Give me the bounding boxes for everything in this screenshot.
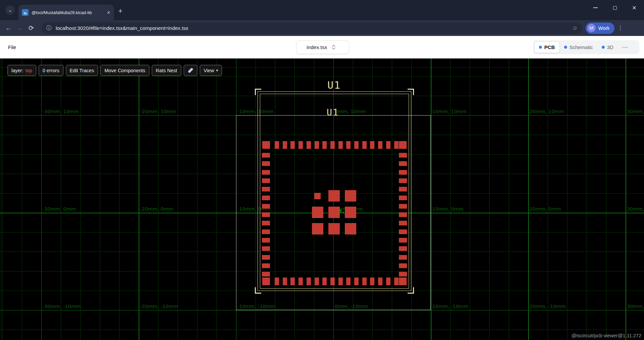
smd-pad[interactable] [262, 187, 270, 192]
smd-pad[interactable] [307, 278, 311, 285]
site-info-icon[interactable]: ⓘ [46, 25, 52, 32]
smd-pad[interactable] [262, 141, 270, 149]
view-button[interactable]: View ▾ [200, 65, 222, 76]
smd-pad[interactable] [290, 141, 295, 149]
browser-menu-icon[interactable]: ⋮ [614, 25, 627, 32]
rats-nest-button[interactable]: Rats Nest [152, 65, 181, 76]
reload-button[interactable]: ⟳ [26, 24, 37, 32]
smd-pad[interactable] [262, 161, 270, 166]
smd-pad[interactable] [312, 207, 323, 218]
smd-pad[interactable] [298, 141, 303, 149]
bookmark-star-icon[interactable]: ☆ [572, 25, 578, 32]
address-bar[interactable]: ⓘ localhost:3020/#file=index.tsx&main_co… [42, 23, 582, 34]
smd-pad[interactable] [330, 141, 335, 149]
smd-pad[interactable] [370, 141, 374, 149]
smd-pad[interactable] [345, 207, 356, 218]
smd-pad[interactable] [399, 263, 407, 268]
smd-pad[interactable] [262, 272, 270, 277]
smd-pad[interactable] [345, 223, 356, 235]
smd-pad[interactable] [345, 190, 356, 202]
smd-pad[interactable] [262, 255, 270, 260]
smd-pad[interactable] [399, 255, 407, 260]
smd-pad[interactable] [399, 161, 407, 166]
minimize-button[interactable] [586, 0, 605, 15]
smd-pad[interactable] [338, 141, 343, 149]
edit-silkscreen-button[interactable] [184, 65, 197, 76]
smd-pad[interactable] [346, 278, 351, 285]
smd-pad[interactable] [354, 278, 359, 285]
profile-button[interactable]: M Work [586, 23, 614, 34]
tab-schematic[interactable]: Schematic [560, 41, 597, 53]
smd-pad[interactable] [328, 207, 340, 218]
smd-pad[interactable] [399, 170, 407, 175]
smd-pad[interactable] [315, 141, 319, 149]
smd-pad[interactable] [262, 238, 270, 243]
smd-pad[interactable] [394, 141, 399, 149]
browser-tab[interactable]: ts @tsci/MustafaMulla29.kicad-lib ✕ [18, 5, 114, 20]
tab-close-icon[interactable]: ✕ [107, 10, 110, 15]
smd-pad[interactable] [262, 278, 270, 285]
back-button[interactable]: ← [3, 25, 14, 32]
smd-pad[interactable] [262, 170, 270, 175]
smd-pad[interactable] [378, 278, 382, 285]
smd-pad[interactable] [330, 278, 335, 285]
file-menu[interactable]: File [8, 44, 16, 50]
smd-pad[interactable] [314, 193, 321, 199]
smd-pad[interactable] [262, 204, 270, 209]
smd-pad[interactable] [354, 141, 359, 149]
smd-pad[interactable] [290, 278, 295, 285]
smd-pad[interactable] [298, 278, 303, 285]
smd-pad[interactable] [283, 141, 287, 149]
pcb-canvas[interactable]: -30mm, 10mm-20mm, 10mm-10mm, 10mm0mm, 10… [0, 58, 644, 340]
smd-pad[interactable] [399, 153, 407, 158]
smd-pad[interactable] [399, 221, 407, 225]
smd-pad[interactable] [275, 278, 279, 285]
smd-pad[interactable] [262, 221, 270, 225]
move-components-button[interactable]: Move Components [100, 65, 149, 76]
smd-pad[interactable] [346, 141, 351, 149]
file-selector[interactable]: index.tsx [296, 40, 349, 54]
smd-pad[interactable] [262, 212, 270, 217]
smd-pad[interactable] [399, 141, 407, 149]
smd-pad[interactable] [275, 141, 279, 149]
edit-traces-button[interactable]: Edit Traces [66, 65, 98, 76]
close-window-button[interactable]: ✕ [625, 0, 644, 15]
smd-pad[interactable] [399, 204, 407, 209]
smd-pad[interactable] [362, 141, 367, 149]
smd-pad[interactable] [312, 223, 323, 235]
smd-pad[interactable] [262, 263, 270, 268]
smd-pad[interactable] [399, 246, 407, 251]
smd-pad[interactable] [338, 278, 343, 285]
smd-pad[interactable] [315, 278, 319, 285]
maximize-button[interactable] [605, 0, 625, 15]
smd-pad[interactable] [362, 278, 367, 285]
more-views-icon[interactable]: ⋯ [618, 44, 631, 51]
smd-pad[interactable] [322, 278, 327, 285]
smd-pad[interactable] [262, 246, 270, 251]
smd-pad[interactable] [322, 141, 327, 149]
tab-pcb[interactable]: PCB [534, 41, 560, 53]
smd-pad[interactable] [378, 141, 382, 149]
smd-pad[interactable] [370, 278, 374, 285]
smd-pad[interactable] [399, 178, 407, 183]
smd-pad[interactable] [399, 229, 407, 234]
smd-pad[interactable] [386, 278, 390, 285]
smd-pad[interactable] [399, 212, 407, 217]
smd-pad[interactable] [399, 238, 407, 243]
layer-button[interactable]: layer: top [7, 65, 36, 76]
smd-pad[interactable] [394, 278, 399, 285]
smd-pad[interactable] [328, 223, 340, 235]
forward-button[interactable]: → [14, 25, 26, 32]
smd-pad[interactable] [328, 190, 340, 202]
smd-pad[interactable] [262, 153, 270, 158]
tab-search-button[interactable]: ⌄ [5, 5, 15, 15]
smd-pad[interactable] [283, 278, 287, 285]
smd-pad[interactable] [262, 178, 270, 183]
tab-3d[interactable]: 3D [597, 41, 618, 53]
smd-pad[interactable] [262, 229, 270, 234]
smd-pad[interactable] [262, 196, 270, 200]
smd-pad[interactable] [399, 272, 407, 277]
smd-pad[interactable] [307, 141, 311, 149]
smd-pad[interactable] [399, 278, 407, 285]
smd-pad[interactable] [399, 187, 407, 192]
